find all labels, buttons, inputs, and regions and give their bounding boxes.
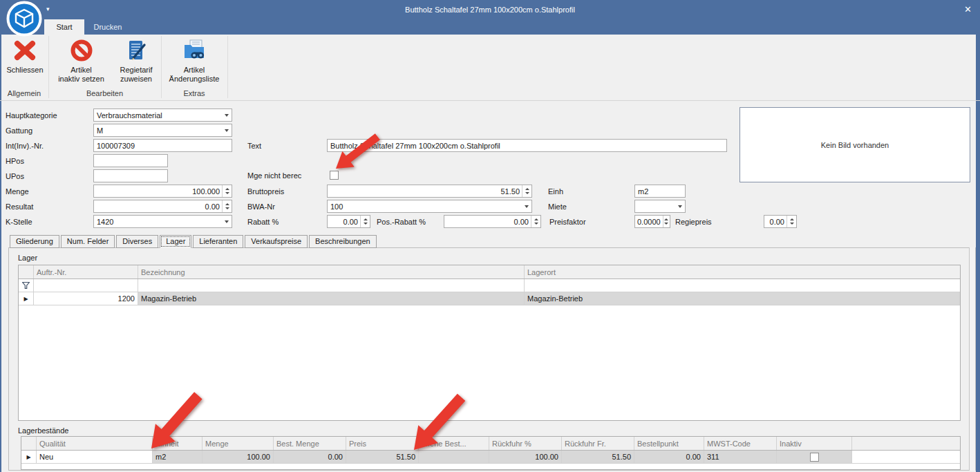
header-bezeichnung[interactable]: Bezeichnung [138, 265, 525, 279]
header-qualitaet[interactable]: Qualität [37, 437, 153, 450]
rabatt-stepper[interactable]: 0.00 [327, 215, 370, 228]
cell-bestellpunkt[interactable]: 0.00 [634, 451, 704, 463]
header-best-menge[interactable]: Best. Menge [274, 437, 346, 450]
spinner-arrows-icon[interactable] [663, 216, 670, 227]
cell-inaktiv[interactable] [777, 451, 852, 463]
spinner-arrows-icon[interactable] [360, 216, 370, 227]
int-nr-input[interactable]: 100007309 [93, 139, 232, 152]
ribbon-group-bearbeiten: Bearbeiten [48, 88, 161, 99]
hpos-input[interactable] [93, 154, 168, 167]
lager-row[interactable]: ▶ 1200 Magazin-Betrieb Magazin-Betrieb [19, 292, 960, 305]
miete-select[interactable] [634, 200, 686, 213]
regietarif-label-1: Regietarif [120, 66, 152, 75]
spinner-arrows-icon[interactable] [786, 216, 796, 227]
app-logo-icon[interactable] [6, 1, 42, 38]
cell-qualitaet[interactable]: Neu [37, 451, 153, 463]
ribbon-tab-start[interactable]: Start [44, 19, 84, 35]
close-x-icon [12, 39, 38, 62]
row-indicator-icon: ▶ [21, 451, 37, 463]
bwa-nr-select[interactable]: 100 [327, 200, 532, 213]
header-lagerort[interactable]: Lagerort [525, 265, 961, 279]
ribbon-tab-drucken[interactable]: Drucken [86, 19, 130, 35]
mge-nicht-berec-checkbox[interactable] [330, 171, 339, 180]
einh-input[interactable]: m2 [634, 185, 686, 198]
aenderungsliste-label-1: Artikel [169, 66, 220, 75]
header-einheit[interactable]: Einheit [153, 437, 202, 450]
vertical-scrollbar[interactable] [969, 247, 976, 471]
header-rueckfuhr-pct[interactable]: Rückfuhr % [489, 437, 562, 450]
hauptkategorie-select[interactable]: Verbrauchsmaterial [93, 108, 232, 122]
header-rueckfuhr-fr[interactable]: Rückfuhr Fr. [562, 437, 634, 450]
menge-label: Menge [6, 187, 29, 196]
header-auftr-nr[interactable]: Auftr.-Nr. [34, 265, 138, 279]
cell-preis[interactable]: 51.50 [346, 451, 419, 463]
text-input[interactable]: Buttholz Schaltafel 27mm 100x200cm o.Sta… [327, 139, 727, 152]
header-empty [852, 437, 960, 450]
artikel-inaktiv-setzen-button[interactable]: Artikel inaktiv setzen [52, 36, 111, 90]
tab-verkaufspreise[interactable]: Verkaufspreise [245, 235, 308, 248]
kstelle-label: K-Stelle [6, 217, 32, 227]
filter-bezeichnung[interactable] [138, 279, 525, 292]
tab-lager[interactable]: Lager [160, 235, 191, 248]
pos-rabatt-stepper[interactable]: 0.00 [444, 215, 541, 228]
header-mwst-code[interactable]: MWST-Code [704, 437, 777, 450]
regietarif-zuweisen-button[interactable]: Regietarif zuweisen [112, 36, 160, 90]
lager-header-row: Auftr.-Nr. Bezeichnung Lagerort [19, 265, 960, 279]
cell-lagerort[interactable]: Magazin-Betrieb [525, 292, 961, 305]
resultat-stepper[interactable]: 0.00 [93, 200, 232, 213]
window-border-left [0, 0, 1, 472]
regiepreis-stepper[interactable]: 0.00 [764, 215, 797, 228]
no-image-placeholder: Kein Bild vorhanden [739, 107, 970, 182]
spinner-arrows-icon[interactable] [222, 200, 232, 212]
menge-stepper[interactable]: 100.000 [93, 185, 232, 198]
upos-input[interactable] [93, 169, 168, 182]
cell-bezeichnung[interactable]: Magazin-Betrieb [138, 292, 525, 305]
cell-best-menge[interactable]: 0.00 [274, 451, 346, 463]
dropdown-arrow-icon [675, 200, 685, 212]
tab-num-felder[interactable]: Num. Felder [61, 235, 115, 248]
lagerbestaende-row[interactable]: ▶ Neu m2 100.00 0.00 51.50 100.00 51.50 … [21, 451, 960, 464]
cell-offene-best[interactable] [419, 451, 489, 463]
dropdown-arrow-icon [221, 109, 232, 121]
cell-rueckfuhr-pct[interactable]: 100.00 [489, 451, 562, 463]
preisfaktor-stepper[interactable]: 0.0000 [634, 215, 670, 228]
header-offene-best[interactable]: offene Best... [419, 437, 489, 450]
miete-label: Miete [548, 202, 567, 211]
lager-section-title: Lager [18, 253, 37, 263]
dropdown-arrow-icon [521, 200, 531, 212]
header-preis[interactable]: Preis [346, 437, 419, 450]
cell-mwst-code[interactable]: 311 [704, 451, 777, 463]
cell-rueckfuhr-fr[interactable]: 51.50 [562, 451, 634, 463]
artikel-aenderungsliste-button[interactable]: Artikel Änderungsliste [163, 36, 225, 90]
spinner-arrows-icon[interactable] [531, 216, 540, 227]
filter-auftr-nr[interactable] [34, 279, 138, 292]
header-bestellpunkt[interactable]: Bestellpunkt [634, 437, 704, 450]
resultat-label: Resultat [6, 202, 33, 211]
tab-lieferanten[interactable]: Lieferanten [193, 235, 243, 248]
cell-menge[interactable]: 100.00 [202, 451, 274, 463]
bruttopreis-stepper[interactable]: 51.50 [327, 185, 532, 198]
cell-auftr-nr[interactable]: 1200 [34, 292, 138, 305]
filter-lagerort[interactable] [525, 279, 961, 292]
tab-gliederung[interactable]: Gliederung [10, 235, 59, 248]
spinner-arrows-icon[interactable] [522, 185, 531, 197]
cell-empty [852, 451, 960, 463]
spinner-arrows-icon[interactable] [222, 185, 232, 197]
tab-diverses[interactable]: Diverses [116, 235, 158, 248]
header-inaktiv[interactable]: Inaktiv [777, 437, 852, 450]
bruttopreis-label: Bruttopreis [247, 187, 284, 196]
lager-grid: Auftr.-Nr. Bezeichnung Lagerort ▶ 1200 M… [18, 265, 961, 421]
cell-einheit[interactable]: m2 [153, 451, 202, 463]
lager-filter-row[interactable] [19, 279, 960, 292]
inaktiv-checkbox[interactable] [810, 453, 819, 462]
tab-beschreibungen[interactable]: Beschreibungen [309, 235, 377, 248]
ribbon-tabstrip: Start Drucken [0, 19, 980, 35]
close-icon[interactable]: ✕ [964, 5, 972, 15]
kstelle-select[interactable]: 1420 [93, 215, 232, 228]
regiepreis-label: Regiepreis [675, 217, 712, 227]
schliessen-button[interactable]: Schliessen [3, 36, 47, 90]
header-menge[interactable]: Menge [202, 437, 274, 450]
int-nr-label: Int(Inv).-Nr. [6, 141, 44, 151]
app-menu-caret-icon[interactable]: ▾ [46, 6, 50, 12]
gattung-select[interactable]: M [93, 124, 232, 137]
